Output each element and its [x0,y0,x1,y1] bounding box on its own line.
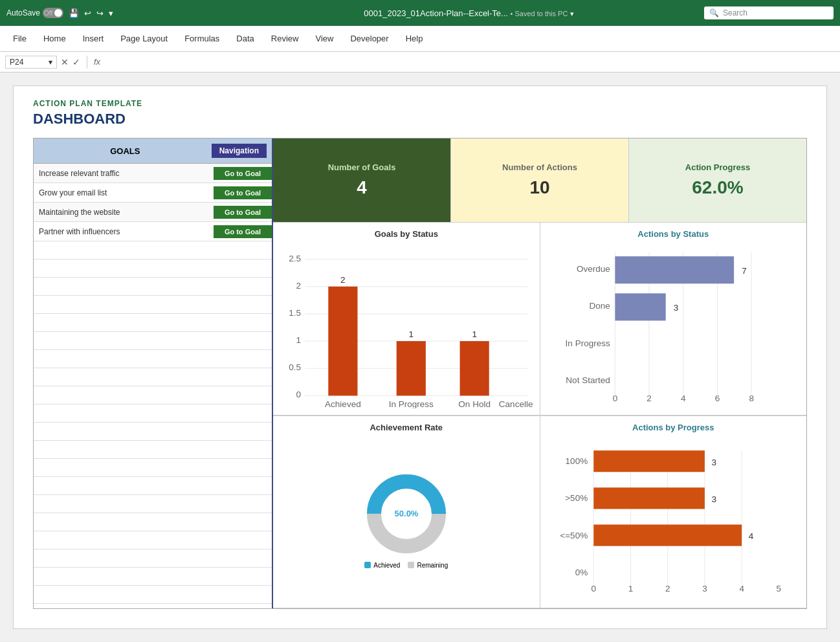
svg-text:5: 5 [776,584,781,593]
redo-icon[interactable]: ↪ [96,8,104,18]
autosave-toggle[interactable]: Off [43,8,63,18]
bar-gt50pct [593,487,705,509]
actions-by-status-title: Actions by Status [547,229,801,239]
goal-row-empty-6 [34,332,272,350]
legend-achieved: Achieved [364,562,400,569]
goto-goal-1[interactable]: Go to Goal [214,167,272,180]
goto-goal-2[interactable]: Go to Goal [214,186,272,199]
charts-row-bottom: Achievement Rate [273,415,806,608]
goals-stat-value: 4 [357,177,367,198]
svg-text:2: 2 [296,281,302,291]
goal-row-empty-17 [34,531,272,549]
svg-text:1: 1 [628,584,633,593]
goal-row-empty-7 [34,350,272,368]
cell-reference[interactable]: P24 ▾ [5,56,57,69]
goal-row-empty-10 [34,404,272,423]
search-icon: 🔍 [709,8,719,17]
charts-row-top: Goals by Status 2.5 2 1.5 1 0.5 0 [273,223,806,415]
svg-text:Done: Done [589,301,610,311]
achievement-rate-chart: Achievement Rate [273,416,540,608]
menu-view[interactable]: View [307,30,341,47]
svg-text:2.5: 2.5 [289,254,301,263]
goal-name-3: Maintaining the website [34,205,214,219]
formula-input[interactable] [104,57,835,67]
goal-row-3: Maintaining the website Go to Goal [34,203,272,222]
goals-by-status-chart: Goals by Status 2.5 2 1.5 1 0.5 0 [273,223,540,415]
confirm-icon[interactable]: ✓ [72,57,80,67]
svg-text:2: 2 [665,584,670,593]
menu-bar: File Home Insert Page Layout Formulas Da… [0,26,840,52]
goal-row-empty-12 [34,441,272,459]
actions-stat-value: 10 [529,177,549,198]
cell-ref-dropdown[interactable]: ▾ [49,58,52,67]
undo-icon[interactable]: ↩ [84,8,91,18]
menu-developer[interactable]: Developer [342,30,396,47]
svg-text:7: 7 [742,266,747,276]
svg-text:Achieved: Achieved [325,399,361,408]
menu-help[interactable]: Help [398,30,431,47]
goal-name-1: Increase relevant traffic [34,166,214,181]
bar-achieved [328,287,357,396]
menu-insert[interactable]: Insert [75,30,112,47]
goals-bar-chart-area: 2.5 2 1.5 1 0.5 0 [280,243,533,408]
formula-bar: P24 ▾ ✕ ✓ fx [0,52,840,72]
goal-name-4: Partner with influencers [34,225,214,239]
svg-text:1: 1 [472,329,477,339]
goto-goal-4[interactable]: Go to Goal [214,225,272,238]
svg-text:4: 4 [739,584,744,593]
stat-actions: Number of Actions 10 [451,138,629,223]
goal-name-2: Grow your email list [34,186,214,200]
formula-divider [87,56,87,69]
bar-on-hold [460,341,489,395]
svg-text:3: 3 [702,584,707,593]
save-icon[interactable]: 💾 [69,8,79,18]
sheet-content: ACTION PLAN TEMPLATE DASHBOARD GOALS Nav… [13,85,827,629]
search-box[interactable]: 🔍 Search [704,6,834,19]
menu-formulas[interactable]: Formulas [177,30,227,47]
actions-stat-label: Number of Actions [502,162,577,172]
svg-text:3: 3 [711,494,716,504]
svg-text:0: 0 [296,390,302,399]
svg-text:0: 0 [591,584,596,593]
goal-row-empty-20 [34,586,272,604]
svg-text:In Progress: In Progress [389,399,434,408]
cancel-icon[interactable]: ✕ [61,57,69,67]
svg-text:On Hold: On Hold [458,399,491,408]
legend-dot-achieved [364,562,371,568]
bar-done [615,293,665,320]
progress-stat-value: 62.0% [692,177,743,198]
menu-file[interactable]: File [5,30,34,47]
dashboard-title: DASHBOARD [33,111,807,127]
actions-bar-chart-svg: Overdue Done In Progress Not Started 0 2… [547,243,801,408]
donut-legend: Achieved Remaining [364,562,448,569]
goals-header-label: GOALS [39,146,212,156]
quick-access-dropdown[interactable]: ▾ [109,8,113,18]
svg-text:0.5: 0.5 [289,362,301,372]
svg-text:Cancelled: Cancelled [499,399,533,408]
goal-row-empty-15 [34,495,272,513]
goal-row-empty-5 [34,314,272,332]
achievement-rate-title: Achievement Rate [280,423,533,432]
svg-text:3: 3 [711,458,716,467]
goal-row-empty-14 [34,477,272,495]
menu-page-layout[interactable]: Page Layout [113,30,175,47]
svg-text:1.5: 1.5 [289,308,301,318]
goals-stat-label: Number of Goals [328,162,396,172]
progress-stat-label: Action Progress [685,162,750,172]
goal-row-empty-3 [34,278,272,296]
goal-row-empty-16 [34,513,272,531]
menu-data[interactable]: Data [228,30,261,47]
menu-review[interactable]: Review [263,30,307,47]
goal-row-empty-2 [34,260,272,278]
svg-text:4: 4 [748,531,753,541]
actions-by-progress-chart: Actions by Progress 100% >50% <=50% 0% 0 [540,416,807,608]
goals-panel: GOALS Navigation Increase relevant traff… [34,138,273,608]
autosave-label: AutoSave Off [6,8,63,18]
goal-row-empty-1 [34,241,272,260]
saved-dropdown[interactable]: ▾ [570,10,574,17]
goto-goal-3[interactable]: Go to Goal [214,206,272,219]
svg-text:1: 1 [409,329,414,339]
nav-button-header[interactable]: Navigation [212,144,267,158]
menu-home[interactable]: Home [36,30,74,47]
goal-row-empty-9 [34,386,272,404]
